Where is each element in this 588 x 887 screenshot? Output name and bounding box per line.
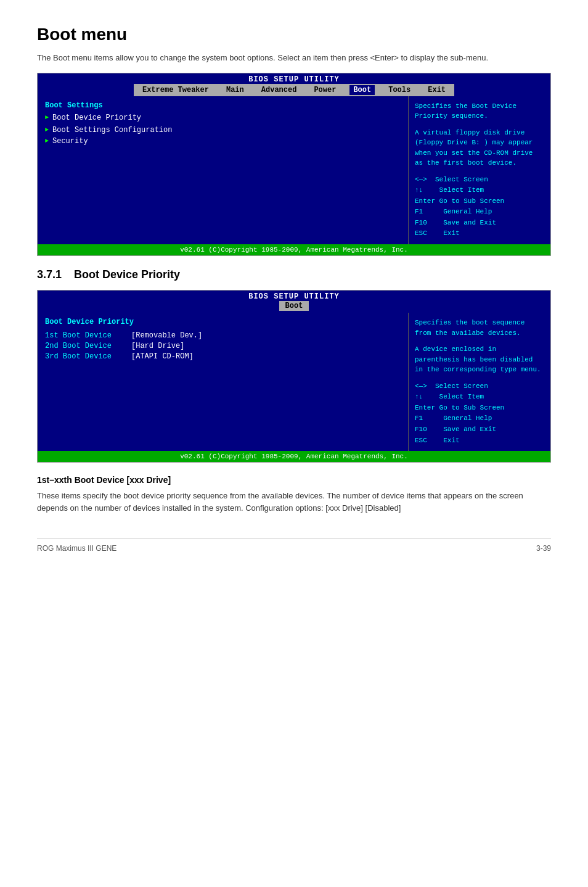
2nd-boot-device-value: [Hard Drive] [131, 342, 184, 350]
key-f10-1: F10 Save and Exit [415, 218, 544, 229]
footer-page-number: 3-39 [536, 544, 551, 553]
subsubsection-description: These items specify the boot device prio… [37, 490, 551, 514]
subsection-title-text: Boot Device Priority [74, 268, 180, 281]
bios-nav-boot-2: Boot [279, 301, 309, 311]
bios-body-1: Boot Settings ► Boot Device Priority ► B… [38, 96, 550, 245]
key-help-1: <—> Select Screen ↑↓ Select Item Enter G… [415, 175, 544, 240]
key-select-screen-2: <—> Select Screen [415, 381, 544, 392]
section-title: Boot menu [37, 25, 551, 44]
key-f1-2: F1 General Help [415, 413, 544, 424]
boot-device-priority-text: Boot Device Priority [52, 113, 141, 122]
security-item: ► Security [45, 137, 401, 146]
section-description: The Boot menu items allow you to change … [37, 52, 551, 64]
hint-text-2b: A device enclosed in parenthesis has bee… [415, 344, 544, 375]
hint-text-1a: Specifies the Boot Device Priority seque… [415, 101, 544, 122]
key-f10-2: F10 Save and Exit [415, 424, 544, 435]
bios-header-1: BIOS SETUP UTILITY [248, 73, 340, 84]
bios-left-panel-1: Boot Settings ► Boot Device Priority ► B… [38, 96, 409, 245]
key-help-2: <—> Select Screen ↑↓ Select Item Enter G… [415, 381, 544, 447]
key-f1-1: F1 General Help [415, 207, 544, 218]
2nd-boot-device-label: 2nd Boot Device [45, 342, 131, 350]
bios-right-panel-2: Specifies the boot sequence from the ava… [409, 313, 550, 451]
key-select-screen-1: <—> Select Screen [415, 175, 544, 186]
arrow-icon-3: ► [45, 138, 49, 144]
boot-device-row-1: 1st Boot Device [Removable Dev.] [45, 331, 401, 340]
arrow-icon-2: ► [45, 126, 49, 133]
key-enter-1: Enter Go to Sub Screen [415, 196, 544, 207]
bios-screenshot-1: BIOS SETUP UTILITY Extreme Tweaker Main … [37, 73, 551, 257]
boot-settings-config-text: Boot Settings Configuration [52, 126, 172, 134]
1st-boot-device-label: 1st Boot Device [45, 331, 131, 340]
bios-footer-1: v02.61 (C)Copyright 1985-2009, American … [38, 244, 550, 255]
hint-text-1b: A virtual floppy disk drive (Floppy Driv… [415, 128, 544, 168]
bios-header-2: BIOS SETUP UTILITY [38, 292, 550, 301]
bios-footer-2: v02.61 (C)Copyright 1985-2009, American … [38, 451, 550, 462]
nav-advanced: Advanced [258, 85, 301, 95]
boot-settings-label: Boot Settings [45, 101, 401, 110]
key-esc-2: ESC Exit [415, 435, 544, 447]
page-footer: ROG Maximus III GENE 3-39 [37, 538, 551, 553]
key-enter-2: Enter Go to Sub Screen [415, 403, 544, 414]
nav-power: Power [310, 85, 340, 95]
hint-text-2a: Specifies the boot sequence from the ava… [415, 318, 544, 338]
key-select-item-2: ↑↓ Select Item [415, 392, 544, 403]
boot-settings-config-item: ► Boot Settings Configuration [45, 126, 401, 134]
bios-screenshot-2: BIOS SETUP UTILITY Boot Boot Device Prio… [37, 290, 551, 463]
boot-device-row-2: 2nd Boot Device [Hard Drive] [45, 342, 401, 350]
boot-device-priority-label: Boot Device Priority [45, 318, 401, 326]
boot-device-row-3: 3rd Boot Device [ATAPI CD-ROM] [45, 352, 401, 361]
bios-left-panel-2: Boot Device Priority 1st Boot Device [Re… [38, 313, 409, 451]
arrow-icon-1: ► [45, 114, 49, 121]
3rd-boot-device-value: [ATAPI CD-ROM] [131, 352, 194, 361]
subsubsection-title: 1st–xxth Boot Device [xxx Drive] [37, 475, 551, 485]
nav-boot: Boot [349, 85, 375, 95]
key-select-item-1: ↑↓ Select Item [415, 185, 544, 196]
nav-extreme-tweaker: Extreme Tweaker [139, 85, 213, 95]
subsection-title: 3.7.1 Boot Device Priority [37, 268, 551, 281]
nav-exit: Exit [424, 85, 449, 95]
3rd-boot-device-label: 3rd Boot Device [45, 352, 131, 361]
security-text: Security [52, 137, 88, 146]
nav-tools: Tools [385, 85, 414, 95]
nav-main: Main [223, 85, 248, 95]
bios-nav-1: Extreme Tweaker Main Advanced Power Boot… [134, 84, 454, 96]
key-esc-1: ESC Exit [415, 228, 544, 239]
subsection-number: 3.7.1 [37, 268, 62, 281]
bios-right-panel-1: Specifies the Boot Device Priority seque… [409, 96, 550, 245]
footer-product-name: ROG Maximus III GENE [37, 544, 116, 553]
boot-device-priority-item: ► Boot Device Priority [45, 113, 401, 122]
1st-boot-device-value: [Removable Dev.] [131, 331, 202, 340]
bios-body-2: Boot Device Priority 1st Boot Device [Re… [38, 313, 550, 451]
